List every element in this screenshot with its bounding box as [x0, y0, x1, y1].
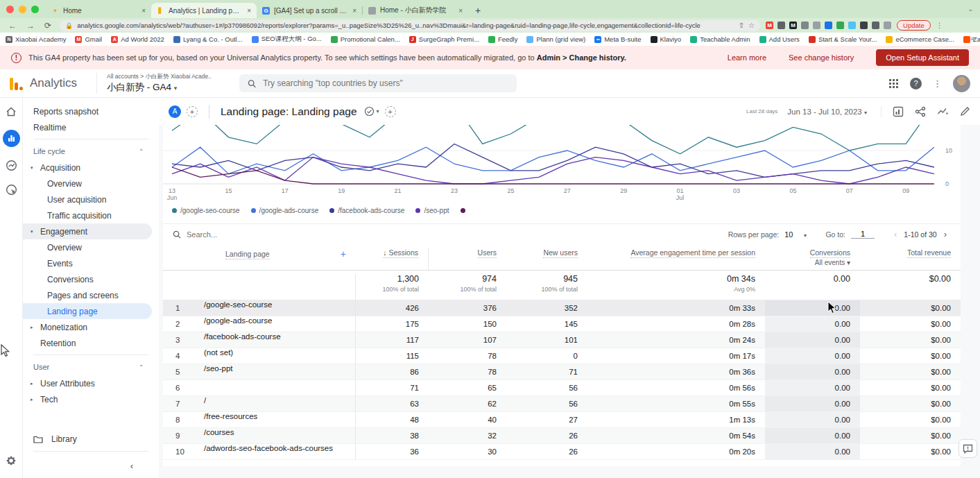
sidebar-item-acquisition[interactable]: Acquisition▾ — [23, 160, 152, 176]
column-header-engagement[interactable]: Average engagement time per session — [587, 248, 765, 257]
reload-icon[interactable]: ⟳ — [44, 21, 51, 31]
bookmark-item[interactable]: Add Users — [759, 35, 800, 43]
close-tab-icon[interactable]: × — [247, 7, 251, 15]
back-icon[interactable]: ← — [8, 21, 17, 31]
customize-report-icon[interactable] — [893, 106, 904, 117]
close-window-button[interactable] — [6, 6, 14, 13]
report-saved-check-icon[interactable] — [364, 106, 375, 117]
close-tab-icon[interactable]: × — [141, 7, 146, 15]
collapse-section-icon[interactable]: ⌃ — [139, 148, 144, 155]
table-row[interactable]: 10/adwords-seo-facebook-ads-courses36302… — [163, 444, 961, 460]
bookmark-item[interactable]: ∞Meta B-suite — [594, 35, 641, 43]
browser-tab[interactable]: Home - 小白新势学院× — [363, 3, 468, 18]
apps-grid-icon[interactable] — [888, 78, 899, 89]
property-name[interactable]: 小白新势 - GA4 — [107, 82, 171, 92]
bookmark-item[interactable]: Start & Scale Your... — [809, 35, 877, 43]
collapse-sidebar-icon[interactable]: ‹ — [33, 457, 148, 475]
date-range-selector[interactable]: Jun 13 - Jul 10, 2023 ▾ — [787, 108, 867, 116]
bookmark-item[interactable]: Klaviyo — [651, 35, 682, 43]
blue-extension-icon[interactable] — [825, 22, 832, 29]
sidebar-item-conversions[interactable]: Conversions — [23, 271, 152, 287]
legend-item[interactable]: /google-seo-course — [172, 207, 240, 214]
explore-icon[interactable] — [6, 160, 17, 171]
sheets-extension-icon[interactable] — [836, 22, 844, 29]
sidebar-item-realtime[interactable]: Realtime — [23, 119, 152, 135]
add-column-icon[interactable]: + — [341, 248, 346, 259]
window-controls[interactable] — [0, 6, 46, 13]
account-switcher[interactable]: All accounts > 小白新势 Xiaobai Acade.. 小白新势… — [96, 73, 212, 94]
sidebar-item-user-attributes[interactable]: User Attributes▸ — [23, 375, 152, 391]
legend-item[interactable]: /google-ads-course — [251, 207, 319, 214]
share-page-icon[interactable]: ⇧ — [739, 22, 744, 29]
url-text[interactable]: analytics.google.com/analytics/web/?auth… — [77, 22, 734, 29]
bookmark-item[interactable]: eCommerce Case... — [886, 35, 954, 43]
sidebar-item-overview[interactable]: Overview — [23, 239, 152, 255]
home-icon[interactable] — [6, 106, 17, 117]
table-row[interactable]: 3/facebook-ads-course1171071010m 24s0.00… — [163, 332, 961, 348]
bookmark-star-icon[interactable]: ☆ — [748, 22, 755, 29]
meet-extension-icon[interactable] — [884, 22, 891, 29]
sidebar-item-overview[interactable]: Overview — [23, 176, 152, 191]
new-tab-button[interactable]: + — [475, 5, 481, 16]
learn-more-link[interactable]: Learn more — [728, 53, 766, 62]
minimize-window-button[interactable] — [19, 6, 26, 13]
column-header-new-users[interactable]: New users — [506, 248, 587, 257]
table-row[interactable]: 5/seo-ppt8678710m 36s0.00$0.00 — [163, 364, 961, 380]
help-icon[interactable]: ? — [910, 78, 922, 89]
browser-tab[interactable]: G[GA4] Set up a scroll conversi× — [257, 3, 362, 18]
expand-caret-icon[interactable]: ▸ — [31, 325, 33, 330]
sidebar-panel-icon[interactable] — [872, 22, 879, 29]
previous-page-icon[interactable]: ‹ — [890, 229, 901, 239]
sidebar-item-library[interactable]: Library — [23, 430, 159, 448]
sidebar-item-traffic-acquisition[interactable]: Traffic acquisition — [23, 207, 152, 223]
more-options-icon[interactable]: ⋮ — [933, 78, 942, 89]
sidebar-item-retention[interactable]: Retention — [23, 335, 152, 351]
bookmark-item[interactable]: NXiaobai Academy — [6, 35, 66, 43]
browser-tab[interactable]: ♥Home× — [46, 3, 151, 18]
sphere-extension-icon[interactable] — [848, 22, 856, 29]
table-search-input[interactable] — [187, 230, 395, 239]
expand-caret-icon[interactable]: ▸ — [31, 397, 33, 402]
table-row[interactable]: 9/courses3832260m 54s0.00$0.00 — [163, 428, 961, 444]
sidebar-item-user-acquisition[interactable]: User acquisition — [23, 191, 152, 207]
bookmark-item[interactable]: SEO课程大纲 - Go... — [252, 35, 322, 44]
avatar[interactable] — [953, 75, 970, 92]
sidebar-item-landing-page[interactable]: Landing page — [23, 303, 152, 319]
sidebar-item-events[interactable]: Events — [23, 255, 152, 271]
collapse-section-icon[interactable]: ⌃ — [139, 364, 144, 370]
bookmark-item[interactable]: Feedly — [488, 35, 518, 43]
add-report-tab-button[interactable]: + — [385, 106, 396, 117]
expand-caret-icon[interactable]: ▸ — [31, 381, 33, 386]
sidebar-item-reports-snapshot[interactable]: Reports snapshot — [23, 103, 152, 119]
bookmarks-overflow-icon[interactable]: » — [970, 35, 974, 42]
bookmark-item[interactable]: MGmail — [75, 35, 102, 43]
add-comparison-button[interactable]: + — [187, 106, 198, 117]
analytics-search-input[interactable] — [263, 78, 508, 88]
legend-item[interactable] — [461, 208, 465, 213]
column-header-conversions[interactable]: ConversionsAll events ▾ — [765, 248, 860, 266]
sidebar-item-pages-and-screens[interactable]: Pages and screens — [23, 287, 152, 303]
expand-caret-icon[interactable]: ▾ — [31, 229, 33, 234]
edit-icon[interactable] — [960, 106, 970, 117]
analytics-search-bar[interactable] — [239, 74, 517, 92]
expand-caret-icon[interactable]: ▾ — [31, 165, 33, 171]
gmail-extension-icon[interactable]: M — [766, 22, 773, 29]
sidebar-section-life-cycle[interactable]: Life cycle⌃ — [23, 143, 159, 160]
dark-m-extension-icon[interactable]: M — [789, 22, 797, 29]
see-change-history-link[interactable]: See change history — [789, 53, 854, 62]
chrome-update-button[interactable]: Update — [897, 20, 931, 31]
next-page-icon[interactable]: › — [940, 229, 951, 239]
extensions-puzzle-icon[interactable] — [860, 22, 868, 29]
admin-gear-icon[interactable] — [6, 455, 17, 468]
sidebar-section-user[interactable]: User⌃ — [23, 359, 159, 375]
table-row[interactable]: 67165560m 56s0.00$0.00 — [163, 380, 961, 396]
column-header-total-revenue[interactable]: Total revenue — [860, 248, 961, 257]
bookmark-item[interactable]: Teachable Admin — [690, 35, 750, 43]
chrome-menu-icon[interactable]: ⋮ — [936, 22, 943, 29]
reports-icon[interactable] — [3, 130, 20, 147]
zoom-window-button[interactable] — [31, 6, 39, 13]
analytics-logo-icon[interactable] — [10, 76, 23, 90]
table-row[interactable]: 4(not set)1157800m 17s0.00$0.00 — [163, 348, 961, 364]
notes-extension-icon[interactable] — [813, 22, 820, 29]
column-header-landing-page[interactable]: Landing page + — [163, 248, 356, 259]
